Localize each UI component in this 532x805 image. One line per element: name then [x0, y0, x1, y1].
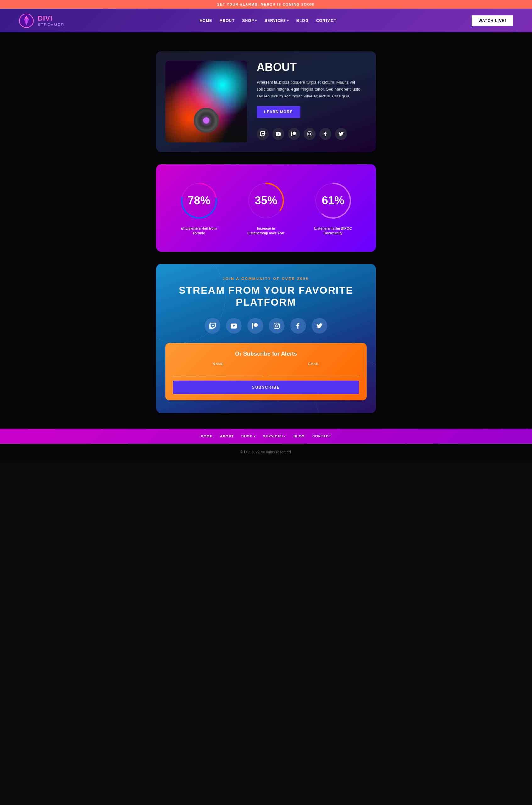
social-patreon[interactable] — [288, 128, 300, 140]
footer: HOME ABOUT SHOP SERVICES BLOG CONTACT © … — [0, 428, 532, 461]
about-section: ABOUT Praesent faucibus posuere turpis e… — [156, 51, 376, 152]
about-social-icons — [256, 128, 367, 140]
stream-social-patreon[interactable] — [247, 318, 263, 333]
svg-rect-18 — [274, 323, 280, 329]
subscribe-box: Or Subscribe for Alerts NAME EMAIL SUBSC… — [165, 343, 367, 400]
stat-circle-3: 61% — [312, 180, 354, 221]
logo-subtitle: STREAMER — [38, 23, 64, 26]
footer-nav: HOME ABOUT SHOP SERVICES BLOG CONTACT — [0, 428, 532, 444]
stream-social-instagram[interactable] — [269, 318, 285, 333]
stat-circle-2: 35% — [246, 180, 286, 221]
logo-title: DIVI — [38, 15, 64, 22]
stream-social-icons — [165, 318, 367, 333]
stream-subtitle: JOIN A COMMUNITY OF OVER 200K — [165, 277, 367, 281]
svg-rect-6 — [307, 132, 312, 136]
social-twitter[interactable] — [335, 128, 347, 140]
email-field-wrapper: EMAIL — [268, 362, 359, 377]
social-youtube[interactable] — [272, 128, 284, 140]
svg-point-19 — [276, 325, 278, 327]
about-title: ABOUT — [256, 61, 367, 74]
subscribe-button[interactable]: SUBSCRIBE — [173, 381, 359, 394]
header: DIVI STREAMER HOME ABOUT SHOP SERVICES B… — [0, 9, 532, 32]
watch-live-button[interactable]: WATCH LIVE! — [472, 15, 513, 26]
svg-rect-5 — [291, 132, 292, 136]
stat-label-2: Increase in Listenership over Year — [247, 226, 285, 236]
svg-rect-17 — [252, 323, 253, 329]
stream-social-facebook[interactable] — [290, 318, 306, 333]
about-content: ABOUT Praesent faucibus posuere turpis e… — [256, 61, 367, 140]
email-label: EMAIL — [268, 362, 359, 366]
stat-label-1: of Listeners Hail from Toronto — [180, 226, 218, 236]
stat-item-1: 78% of Listeners Hail from Toronto — [178, 180, 220, 236]
stat-number-3: 61% — [322, 194, 344, 207]
social-facebook[interactable] — [320, 128, 331, 140]
stat-number-2: 35% — [255, 194, 277, 207]
svg-point-16 — [254, 323, 258, 327]
about-body-text: Praesent faucibus posuere turpis et dict… — [256, 79, 367, 100]
name-label: NAME — [173, 362, 264, 366]
stat-item-3: 61% Listeners in the BIPOC Community — [312, 180, 354, 236]
svg-point-20 — [278, 324, 279, 325]
logo-text: DIVI STREAMER — [38, 15, 64, 26]
stats-section: 78% of Listeners Hail from Toronto 35% I… — [156, 165, 376, 252]
social-instagram[interactable] — [304, 128, 316, 140]
footer-copyright: © Divi 2022 All rights reserved. — [0, 444, 532, 461]
top-banner: SET YOUR ALARMS! MERCH IS COMING SOON! — [0, 0, 532, 9]
footer-nav-links: HOME ABOUT SHOP SERVICES BLOG CONTACT — [6, 434, 526, 438]
nav-home[interactable]: HOME — [200, 19, 212, 23]
footer-nav-about[interactable]: ABOUT — [220, 434, 234, 438]
logo-icon — [19, 13, 34, 28]
main-nav: HOME ABOUT SHOP SERVICES BLOG CONTACT — [200, 19, 337, 23]
logo-area: DIVI STREAMER — [19, 13, 64, 28]
footer-nav-contact[interactable]: CONTACT — [312, 434, 331, 438]
social-twitch[interactable] — [256, 128, 268, 140]
nav-blog[interactable]: BLOG — [297, 19, 309, 23]
footer-nav-shop[interactable]: SHOP — [242, 434, 255, 438]
stream-social-youtube[interactable] — [226, 318, 242, 333]
nav-about[interactable]: ABOUT — [220, 19, 235, 23]
svg-point-8 — [311, 132, 311, 133]
nav-shop[interactable]: SHOP — [242, 19, 257, 23]
footer-nav-home[interactable]: HOME — [201, 434, 212, 438]
stream-section: JOIN A COMMUNITY OF OVER 200K STREAM FRO… — [156, 264, 376, 413]
learn-more-button[interactable]: LEARN MORE — [256, 106, 300, 118]
about-image — [165, 61, 247, 142]
footer-nav-blog[interactable]: BLOG — [294, 434, 305, 438]
stat-number-1: 78% — [188, 194, 210, 207]
nav-services[interactable]: SERVICES — [264, 19, 289, 23]
name-field-wrapper: NAME — [173, 362, 264, 377]
stat-item-2: 35% Increase in Listenership over Year — [246, 180, 286, 236]
subscribe-title: Or Subscribe for Alerts — [173, 351, 359, 357]
name-input[interactable] — [173, 368, 264, 377]
stream-social-twitter[interactable] — [311, 318, 327, 333]
stream-title: STREAM FROM YOUR FAVORITE PLATFORM — [165, 284, 367, 308]
svg-point-7 — [309, 133, 311, 135]
subscribe-fields: NAME EMAIL — [173, 362, 359, 377]
gear-decoration — [194, 108, 219, 133]
stat-label-3: Listeners in the BIPOC Community — [314, 226, 352, 236]
stat-circle-1: 78% — [178, 180, 220, 221]
email-input[interactable] — [268, 368, 359, 377]
stream-social-twitch[interactable] — [205, 318, 221, 333]
footer-nav-services[interactable]: SERVICES — [263, 434, 286, 438]
svg-point-4 — [293, 132, 296, 135]
nav-contact[interactable]: CONTACT — [316, 19, 337, 23]
